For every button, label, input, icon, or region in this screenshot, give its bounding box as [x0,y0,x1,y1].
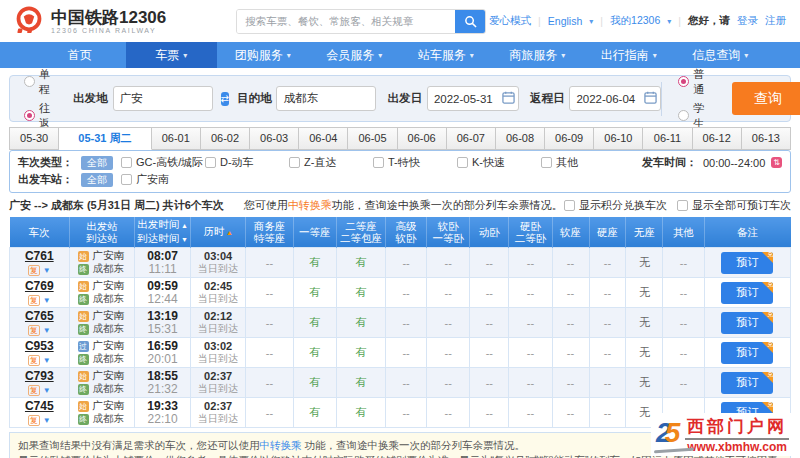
train-number-link[interactable]: C765 [25,309,54,323]
date-tab-06-07[interactable]: 06-07 [447,127,496,150]
nav-item-会员服务[interactable]: 会员服务▾ [309,42,401,68]
book-button[interactable]: 预订兑 [721,282,773,304]
column-header[interactable]: 硬座 [589,217,626,248]
column-header[interactable]: 软座 [552,217,589,248]
nav-item-车票[interactable]: 车票▾ [126,42,218,68]
train-type-all-badge[interactable]: 全部 [81,156,113,170]
column-header[interactable]: 商务座特等座 [246,217,293,248]
column-header[interactable]: 备注 [704,217,790,248]
from-city-input[interactable] [113,86,213,111]
book-button[interactable]: 预订兑 [721,342,773,364]
train-number-link[interactable]: C745 [25,399,54,413]
train-type-checkbox-Z-直达[interactable]: Z-直达 [289,155,373,170]
column-header[interactable]: 动卧 [470,217,509,248]
date-tab-06-12[interactable]: 06-12 [693,127,742,150]
column-header[interactable]: 其他 [663,217,704,248]
seat-availability-cell: -- [589,278,626,308]
my12306-link[interactable]: 我的12306 [610,14,660,28]
train-number-link[interactable]: C793 [25,369,54,383]
transfer-link[interactable]: 中转换乘 [260,439,302,451]
time-spinner-icon[interactable]: ⇅ [771,157,782,168]
column-header[interactable]: 出发时间 ▲到达时间 ▼ [135,217,190,248]
date-tab-06-02[interactable]: 06-02 [201,127,250,150]
date-tab-06-13[interactable]: 06-13 [742,127,791,150]
search-input[interactable] [237,10,455,33]
register-link[interactable]: 注册 [765,14,786,28]
date-tab-05-30[interactable]: 05-30 [9,127,59,150]
transfer-link[interactable]: 中转换乘 [288,199,332,211]
language-link[interactable]: English [548,15,582,27]
checkbox-icon [564,200,575,211]
train-type-checkbox-T-特快[interactable]: T-特快 [373,155,457,170]
train-type-checkbox-K-快速[interactable]: K-快速 [457,155,541,170]
nav-item-出行指南[interactable]: 出行指南▾ [583,42,675,68]
expand-caret-icon[interactable]: ▼ [43,416,51,425]
radio-checked-icon [678,76,689,87]
logo[interactable]: 中国铁路12306 12306 CHINA RAILWAY [14,6,166,36]
nav-item-首页[interactable]: 首页 [34,42,126,68]
stations-cell: 始广安南终成都东 [69,308,135,338]
expand-caret-icon[interactable]: ▼ [43,326,51,335]
care-mode-link[interactable]: 爱心模式 [489,14,531,28]
date-tab-06-03[interactable]: 06-03 [250,127,299,150]
date-tab-06-05[interactable]: 06-05 [348,127,397,150]
expand-caret-icon[interactable]: ▼ [43,296,51,305]
swap-stations-icon[interactable]: ⇄ [221,92,229,106]
book-button[interactable]: 预订兑 [721,372,773,394]
expand-caret-icon[interactable]: ▼ [43,266,51,275]
date-tab-06-08[interactable]: 06-08 [496,127,545,150]
date-tab-06-04[interactable]: 06-04 [299,127,348,150]
nav-item-信息查询[interactable]: 信息查询▾ [675,42,767,68]
expand-caret-icon[interactable]: ▼ [43,386,51,395]
date-tab-06-11[interactable]: 06-11 [643,127,692,150]
one-way-radio[interactable]: 单程 [24,67,50,97]
column-header[interactable]: 出发站到达站 [69,217,135,248]
nav-item-站车服务[interactable]: 站车服务▾ [400,42,492,68]
date-tab-05-31[interactable]: 05-31 周二 [59,127,152,150]
column-header[interactable]: 无座 [626,217,663,248]
normal-passenger-radio[interactable]: 普通 [678,67,712,97]
search-button[interactable] [455,10,485,33]
show-points-checkbox[interactable]: 显示积分兑换车次 [564,198,667,213]
train-number-link[interactable]: C769 [25,279,54,293]
book-button[interactable]: 预订兑 [721,312,773,334]
to-city-input[interactable] [276,86,376,111]
sort-arrow-icon[interactable]: ▲ [179,222,188,229]
student-passenger-radio[interactable]: 学生 [678,101,712,131]
column-header[interactable]: 车次 [10,217,70,248]
train-number-link[interactable]: C761 [25,249,54,263]
train-number-line: C793 [10,369,69,383]
column-header[interactable]: 高级软卧 [386,217,427,248]
station-checkbox-广安南[interactable]: 广安南 [121,172,169,187]
column-header[interactable]: 一等座 [293,217,336,248]
column-header[interactable]: 硬卧二等卧 [509,217,552,248]
calendar-icon[interactable] [502,91,515,104]
train-type-checkbox-D-动车[interactable]: D-动车 [205,155,289,170]
sort-arrow-icon[interactable]: ▼ [179,236,188,243]
train-type-checkbox-其他[interactable]: 其他 [541,155,625,170]
station-all-badge[interactable]: 全部 [81,173,113,187]
date-tab-06-10[interactable]: 06-10 [594,127,643,150]
train-type-checkbox-GC-高铁/城际[interactable]: GC-高铁/城际 [121,155,205,170]
train-number-cell: C761复▼ [10,248,70,278]
column-header[interactable]: 软卧一等卧 [427,217,470,248]
column-header[interactable]: 历时 ▲ [190,217,245,248]
sort-arrow-icon[interactable]: ▲ [224,229,233,236]
date-tab-06-01[interactable]: 06-01 [152,127,201,150]
train-number-link[interactable]: C953 [25,339,54,353]
login-link[interactable]: 登录 [737,14,758,28]
date-tab-06-09[interactable]: 06-09 [545,127,594,150]
calendar-icon[interactable] [644,91,657,104]
times-cell: 08:0711:11 [135,248,190,278]
fuxing-badge: 复 [28,415,40,426]
book-button[interactable]: 预订兑 [721,252,773,274]
depart-time-value[interactable]: 00:00--24:00 [703,157,765,169]
nav-item-团购服务[interactable]: 团购服务▾ [217,42,309,68]
show-all-bookable-checkbox[interactable]: 显示全部可预订车次 [677,198,791,213]
column-header[interactable]: 二等座二等包座 [336,217,385,248]
round-trip-radio[interactable]: 往返 [24,101,50,131]
nav-item-商旅服务[interactable]: 商旅服务▾ [492,42,584,68]
query-button[interactable]: 查询 [732,82,800,115]
expand-caret-icon[interactable]: ▼ [43,356,51,365]
date-tab-06-06[interactable]: 06-06 [398,127,447,150]
